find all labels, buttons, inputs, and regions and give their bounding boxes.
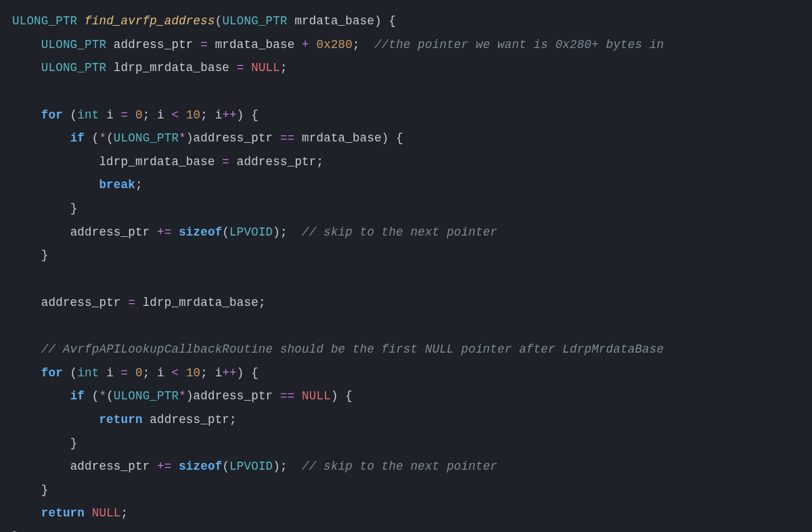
code-token <box>85 506 92 520</box>
code-token: if <box>70 131 85 145</box>
code-token: ULONG_PTR <box>114 131 179 145</box>
code-token: i <box>150 108 171 122</box>
indent <box>12 366 41 380</box>
code-token: 10 <box>186 108 200 122</box>
code-line: address_ptr += sizeof(LPVOID); // skip t… <box>12 225 497 239</box>
code-token: return <box>99 413 142 426</box>
code-token <box>179 108 186 122</box>
code-line: address_ptr = ldrp_mrdata_base; <box>12 296 266 309</box>
code-line: } <box>12 437 77 450</box>
code-token: sizeof <box>179 460 222 473</box>
code-snippet: ULONG_PTR find_avrfp_address(ULONG_PTR m… <box>0 0 812 532</box>
indent <box>12 202 70 215</box>
code-line: // AvrfpAPILookupCallbackRoutine should … <box>12 342 664 356</box>
code-token: ; <box>280 225 288 239</box>
code-token <box>309 38 317 51</box>
code-token: ; <box>280 460 288 473</box>
code-token: return <box>41 506 85 520</box>
code-token <box>288 225 302 239</box>
code-token: for <box>41 108 63 122</box>
code-token: ) <box>374 14 382 28</box>
code-token: ; <box>143 366 150 380</box>
code-token: address_ptr <box>70 225 157 239</box>
code-token: ( <box>222 225 229 239</box>
code-token: address_ptr <box>143 413 229 426</box>
code-token: ; <box>121 506 129 520</box>
code-token: } <box>70 437 78 450</box>
code-token: 0 <box>135 366 143 380</box>
code-token: ULONG_PTR <box>114 389 179 403</box>
code-token: mrdata_base <box>288 14 374 28</box>
indent <box>12 342 41 356</box>
code-token: ULONG_PTR <box>41 38 106 51</box>
code-token: ; <box>200 108 208 122</box>
code-token: ( <box>85 389 99 403</box>
code-token: += <box>157 225 171 239</box>
code-token: ( <box>215 14 223 28</box>
code-line: ldrp_mrdata_base = address_ptr; <box>12 155 323 169</box>
code-token <box>294 389 302 403</box>
code-token: ) <box>186 131 194 145</box>
code-line: return address_ptr; <box>12 413 237 426</box>
code-token: i <box>150 366 171 380</box>
code-token: // skip to the next pointer <box>302 225 497 239</box>
code-token: NULL <box>251 61 280 74</box>
code-token: = <box>121 108 129 122</box>
code-token: ++ <box>222 366 236 380</box>
code-token: i <box>99 108 120 122</box>
code-line: break; <box>12 178 143 192</box>
code-line: for (int i = 0; i < 10; i++) { <box>12 108 258 122</box>
code-token <box>288 460 302 473</box>
code-token: address_ptr <box>70 460 157 473</box>
code-line: } <box>12 248 49 262</box>
indent <box>12 131 70 145</box>
code-line: if (*(ULONG_PTR*)address_ptr == mrdata_b… <box>12 131 403 145</box>
code-token: ULONG_PTR <box>41 61 106 74</box>
code-line: ULONG_PTR address_ptr = mrdata_base + 0x… <box>12 38 664 51</box>
code-token: ; <box>200 366 208 380</box>
code-token: address_ptr <box>41 296 128 309</box>
code-token <box>360 38 374 51</box>
indent <box>12 248 41 262</box>
code-token: = <box>222 155 229 169</box>
code-token <box>244 61 251 74</box>
code-token: ) <box>331 389 338 403</box>
code-token: for <box>41 366 63 380</box>
code-token: { <box>389 131 403 145</box>
code-token: 10 <box>186 366 200 380</box>
indent <box>12 483 41 497</box>
code-token: = <box>128 296 135 309</box>
code-token: * <box>179 389 186 403</box>
code-line: address_ptr += sizeof(LPVOID); // skip t… <box>12 460 497 473</box>
code-token: } <box>70 202 78 215</box>
code-token: mrdata_base <box>294 131 381 145</box>
code-token <box>128 108 135 122</box>
code-token: ldrp_mrdata_base <box>135 296 258 309</box>
code-token: ) <box>186 389 194 403</box>
code-token: ULONG_PTR <box>222 14 287 28</box>
code-line: } <box>12 483 49 497</box>
code-token: i <box>208 366 222 380</box>
code-token: ( <box>222 460 229 473</box>
code-token: // skip to the next pointer <box>302 460 497 473</box>
code-token: address_ptr <box>194 389 280 403</box>
indent <box>12 460 70 473</box>
code-line: return NULL; <box>12 506 128 520</box>
code-token: if <box>70 389 85 403</box>
code-token: ; <box>143 108 150 122</box>
code-token: == <box>280 131 294 145</box>
code-token: i <box>99 366 120 380</box>
code-token: ( <box>106 131 114 145</box>
code-token: } <box>41 483 49 497</box>
code-token: find_avrfp_address <box>85 14 215 28</box>
code-token: ; <box>353 38 360 51</box>
indent <box>12 178 99 192</box>
indent <box>12 38 41 51</box>
code-line: if (*(ULONG_PTR*)address_ptr == NULL) { <box>12 389 353 403</box>
indent <box>12 108 41 122</box>
code-token: = <box>121 366 129 380</box>
code-token: // AvrfpAPILookupCallbackRoutine should … <box>41 342 664 356</box>
code-token: address_ptr <box>229 155 316 169</box>
code-line: } <box>12 202 77 215</box>
code-token: ldrp_mrdata_base <box>106 61 237 74</box>
